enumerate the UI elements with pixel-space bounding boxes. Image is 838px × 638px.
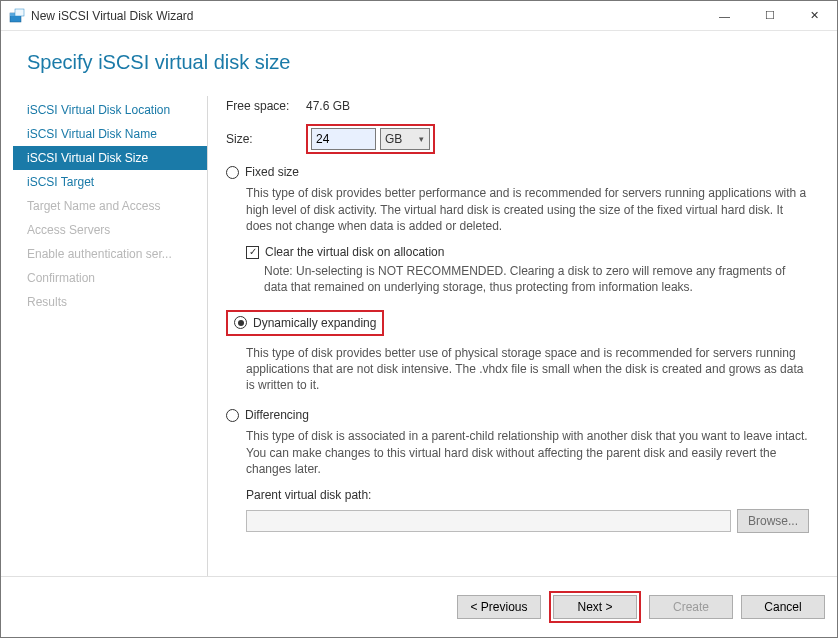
minimize-button[interactable]: — — [702, 1, 747, 31]
free-space-row: Free space: 47.6 GB — [226, 98, 809, 114]
radio-diff[interactable] — [226, 409, 239, 422]
sidebar-item-size[interactable]: iSCSI Virtual Disk Size — [13, 146, 207, 170]
sidebar-item-confirmation: Confirmation — [13, 266, 207, 290]
sidebar-item-results: Results — [13, 290, 207, 314]
titlebar: New iSCSI Virtual Disk Wizard — ☐ ✕ — [1, 1, 837, 31]
size-unit-value: GB — [385, 131, 402, 147]
wizard-window: New iSCSI Virtual Disk Wizard — ☐ ✕ Spec… — [0, 0, 838, 638]
radio-dynamic[interactable] — [234, 316, 247, 329]
radio-fixed-row[interactable]: Fixed size — [226, 164, 809, 180]
free-space-label: Free space: — [226, 98, 306, 114]
size-unit-select[interactable]: GB — [380, 128, 430, 150]
radio-fixed-label: Fixed size — [245, 164, 299, 180]
radio-diff-row[interactable]: Differencing — [226, 407, 809, 423]
size-input[interactable] — [311, 128, 376, 150]
clear-checkbox-row[interactable]: Clear the virtual disk on allocation — [246, 244, 809, 260]
radio-dynamic-label: Dynamically expanding — [253, 315, 376, 331]
radio-dynamic-row[interactable]: Dynamically expanding — [226, 310, 384, 336]
close-button[interactable]: ✕ — [792, 1, 837, 31]
sidebar-item-access-servers: Access Servers — [13, 218, 207, 242]
footer: < Previous Next > Create Cancel — [1, 576, 837, 637]
size-row: Size: GB — [226, 124, 809, 154]
window-controls: — ☐ ✕ — [702, 1, 837, 31]
previous-button[interactable]: < Previous — [457, 595, 541, 619]
sidebar-item-auth: Enable authentication ser... — [13, 242, 207, 266]
option-diff: Differencing This type of disk is associ… — [226, 407, 809, 533]
columns: iSCSI Virtual Disk Location iSCSI Virtua… — [13, 96, 825, 576]
sidebar-item-name[interactable]: iSCSI Virtual Disk Name — [13, 122, 207, 146]
dynamic-desc: This type of disk provides better use of… — [246, 345, 809, 394]
parent-path-label: Parent virtual disk path: — [246, 487, 809, 503]
browse-button: Browse... — [737, 509, 809, 533]
sidebar-item-location[interactable]: iSCSI Virtual Disk Location — [13, 98, 207, 122]
svg-rect-2 — [15, 9, 24, 16]
create-button: Create — [649, 595, 733, 619]
cancel-button[interactable]: Cancel — [741, 595, 825, 619]
window-title: New iSCSI Virtual Disk Wizard — [31, 9, 702, 23]
sidebar-item-target[interactable]: iSCSI Target — [13, 170, 207, 194]
clear-checkbox[interactable] — [246, 246, 259, 259]
size-highlight: GB — [306, 124, 435, 154]
sidebar-item-target-name: Target Name and Access — [13, 194, 207, 218]
radio-diff-label: Differencing — [245, 407, 309, 423]
next-highlight: Next > — [549, 591, 641, 623]
main-panel: Free space: 47.6 GB Size: GB — [208, 96, 825, 576]
clear-note: Note: Un-selecting is NOT RECOMMENDED. C… — [264, 263, 809, 295]
sidebar: iSCSI Virtual Disk Location iSCSI Virtua… — [13, 96, 208, 576]
wizard-icon — [9, 8, 25, 24]
fixed-desc: This type of disk provides better perfor… — [246, 185, 809, 234]
free-space-value: 47.6 GB — [306, 98, 350, 114]
radio-fixed[interactable] — [226, 166, 239, 179]
diff-desc: This type of disk is associated in a par… — [246, 428, 809, 477]
maximize-button[interactable]: ☐ — [747, 1, 792, 31]
next-button[interactable]: Next > — [553, 595, 637, 619]
clear-label: Clear the virtual disk on allocation — [265, 244, 444, 260]
parent-path-input — [246, 510, 731, 532]
option-fixed: Fixed size This type of disk provides be… — [226, 164, 809, 295]
parent-path-row: Browse... — [246, 509, 809, 533]
page-title: Specify iSCSI virtual disk size — [27, 51, 825, 74]
content: Specify iSCSI virtual disk size iSCSI Vi… — [1, 31, 837, 576]
size-label: Size: — [226, 131, 306, 147]
option-dynamic: Dynamically expanding This type of disk … — [226, 310, 809, 394]
